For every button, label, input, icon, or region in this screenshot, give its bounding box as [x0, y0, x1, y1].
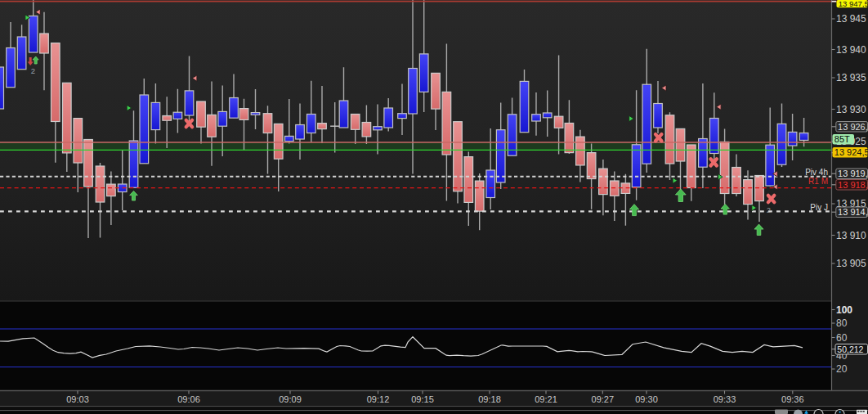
- svg-text:13 947,5: 13 947,5: [839, 0, 868, 8]
- svg-text:13 945: 13 945: [836, 13, 866, 25]
- svg-text:13 935: 13 935: [836, 72, 866, 83]
- svg-text:13 930: 13 930: [836, 104, 866, 115]
- svg-text:09:21: 09:21: [535, 394, 557, 404]
- svg-text:100: 100: [836, 304, 852, 316]
- svg-text:09:36: 09:36: [781, 394, 804, 404]
- svg-text:50,212: 50,212: [837, 344, 863, 354]
- svg-text:13 918,5: 13 918,5: [838, 180, 868, 190]
- svg-text:09:33: 09:33: [714, 394, 736, 404]
- svg-text:2: 2: [767, 206, 771, 214]
- svg-text:13 940: 13 940: [836, 44, 866, 56]
- svg-text:Piv 4h: Piv 4h: [805, 168, 828, 177]
- svg-text:09:12: 09:12: [367, 394, 390, 404]
- svg-text:09:15: 09:15: [411, 394, 434, 404]
- svg-text:09:09: 09:09: [279, 394, 302, 404]
- svg-text:R1 M: R1 M: [808, 177, 828, 186]
- svg-text:20: 20: [836, 363, 848, 375]
- svg-text:Piv J: Piv J: [810, 203, 828, 212]
- svg-text:13 910: 13 910: [836, 230, 866, 241]
- svg-text:09:06: 09:06: [177, 394, 200, 404]
- svg-text:13 919,5: 13 919,5: [838, 169, 868, 178]
- svg-text:13 924,5: 13 924,5: [834, 147, 868, 157]
- svg-text:60: 60: [836, 332, 848, 344]
- svg-text:09:18: 09:18: [478, 394, 501, 404]
- svg-text:09:03: 09:03: [66, 394, 89, 404]
- svg-text:13 926,5: 13 926,5: [838, 122, 868, 132]
- svg-text:09:30: 09:30: [635, 394, 658, 404]
- svg-text:85T: 85T: [834, 134, 850, 144]
- svg-text:80: 80: [836, 317, 848, 329]
- svg-text:13 905: 13 905: [836, 258, 866, 269]
- svg-text:2: 2: [31, 66, 35, 75]
- svg-text:09:27: 09:27: [592, 394, 615, 404]
- svg-text:13 914,5: 13 914,5: [838, 207, 868, 217]
